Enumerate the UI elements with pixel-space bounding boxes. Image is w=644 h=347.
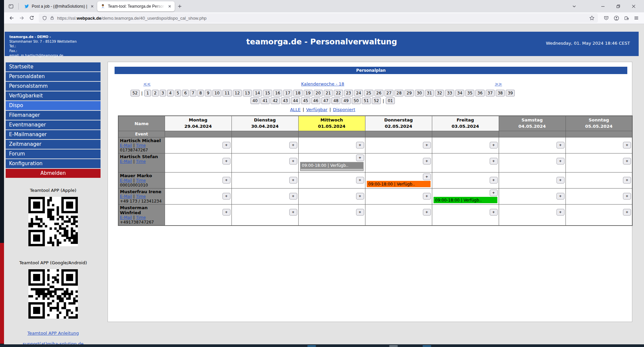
event-entry-orange[interactable]: 09:00-18:00 | Verfügb.. — [367, 181, 431, 187]
time-link[interactable]: Time — [136, 194, 146, 199]
week-button-23[interactable]: 23 — [344, 90, 353, 96]
add-entry-button[interactable]: + — [423, 174, 431, 180]
week-button-52[interactable]: 52 — [131, 90, 140, 96]
week-button-1[interactable]: 1 — [144, 90, 151, 96]
close-icon[interactable] — [168, 4, 172, 8]
time-link[interactable]: Time — [136, 159, 146, 164]
add-entry-button[interactable]: + — [289, 142, 297, 148]
week-button-26[interactable]: 26 — [374, 90, 383, 96]
close-icon[interactable] — [90, 4, 94, 8]
next-week-link[interactable]: >> — [495, 81, 502, 86]
week-button-11[interactable]: 11 — [222, 90, 231, 96]
sidebar-item-dispo[interactable]: Dispo — [6, 101, 101, 110]
week-button-45[interactable]: 45 — [301, 97, 310, 104]
time-link[interactable]: Time — [136, 215, 146, 220]
lock-icon[interactable] — [50, 16, 54, 20]
add-entry-button[interactable]: + — [623, 142, 631, 148]
e-mail-link[interactable]: E-Mail — [120, 178, 132, 183]
add-entry-button[interactable]: + — [623, 177, 631, 184]
week-button-10[interactable]: 10 — [212, 90, 221, 96]
add-entry-button[interactable]: + — [556, 142, 565, 148]
add-entry-button[interactable]: + — [222, 209, 230, 216]
pocket-icon[interactable] — [601, 13, 611, 23]
add-entry-button[interactable]: + — [556, 193, 565, 200]
add-entry-button[interactable]: + — [490, 158, 498, 164]
week-button-20[interactable]: 20 — [314, 90, 323, 96]
e-mail-link[interactable]: E-Mail — [120, 194, 132, 199]
week-button-18[interactable]: 18 — [293, 90, 302, 96]
week-button-46[interactable]: 46 — [311, 97, 320, 104]
taskbar-item[interactable] — [423, 345, 431, 347]
forward-button[interactable] — [17, 13, 27, 23]
week-button-24[interactable]: 24 — [354, 90, 363, 96]
week-button-52[interactable]: 52 — [372, 97, 381, 104]
list-all-tabs-button[interactable] — [569, 1, 580, 11]
add-entry-button[interactable]: + — [623, 158, 631, 164]
add-entry-button[interactable]: + — [289, 158, 297, 164]
week-button-4[interactable]: 4 — [167, 90, 174, 96]
filter-link-alle[interactable]: ALLE — [290, 107, 301, 112]
week-button-17[interactable]: 17 — [283, 90, 292, 96]
week-button-25[interactable]: 25 — [364, 90, 373, 96]
week-button-28[interactable]: 28 — [394, 90, 404, 96]
add-entry-button[interactable]: + — [490, 142, 498, 148]
e-mail-link[interactable]: E-Mail — [120, 215, 132, 220]
week-button-21[interactable]: 21 — [324, 90, 333, 96]
week-button-36[interactable]: 36 — [475, 90, 484, 96]
add-entry-button[interactable]: + — [490, 177, 498, 184]
week-button-01[interactable]: 01 — [386, 97, 395, 104]
week-button-16[interactable]: 16 — [273, 90, 282, 96]
anleitung-link[interactable]: Teamtool APP Anleitung — [6, 331, 101, 336]
tracking-shield-icon[interactable] — [42, 16, 47, 21]
add-entry-button[interactable]: + — [356, 142, 364, 148]
logout-button[interactable]: Abmelden — [6, 169, 101, 178]
add-entry-button[interactable]: + — [623, 193, 631, 200]
taskbar-item[interactable] — [307, 345, 316, 347]
week-button-19[interactable]: 19 — [304, 90, 313, 96]
add-entry-button[interactable]: + — [289, 177, 297, 184]
sidebar-item-e-mailmanager[interactable]: E-Mailmanager — [6, 130, 101, 139]
add-entry-button[interactable]: + — [222, 158, 230, 164]
week-button-27[interactable]: 27 — [384, 90, 393, 96]
add-entry-button[interactable]: + — [356, 209, 364, 216]
week-button-41[interactable]: 41 — [261, 97, 270, 104]
week-button-15[interactable]: 15 — [263, 90, 272, 96]
add-entry-button[interactable]: + — [423, 142, 431, 148]
week-button-8[interactable]: 8 — [197, 90, 204, 96]
sidebar-item-konfiguration[interactable]: Konfiguration — [6, 159, 101, 168]
week-button-30[interactable]: 30 — [415, 90, 424, 96]
week-button-47[interactable]: 47 — [321, 97, 330, 104]
week-button-31[interactable]: 31 — [425, 90, 434, 96]
add-entry-button[interactable]: + — [556, 209, 565, 216]
time-link[interactable]: Time — [136, 143, 146, 148]
week-button-49[interactable]: 49 — [341, 97, 350, 104]
week-button-44[interactable]: 44 — [291, 97, 300, 104]
sidebar-item-personaldaten[interactable]: Personaldaten — [6, 72, 101, 81]
add-entry-button[interactable]: + — [289, 193, 297, 200]
e-mail-link[interactable]: E-Mail — [120, 159, 132, 164]
reload-button[interactable] — [27, 13, 37, 23]
filter-link-disponiert[interactable]: Disponiert — [333, 107, 355, 112]
sidebar-item-filemanager[interactable]: Filemanager — [6, 111, 101, 120]
tab-teamtool[interactable]: Team-tool: Teamorga.de Person — [97, 1, 175, 11]
sidebar-item-startseite[interactable]: Startseite — [6, 62, 101, 71]
firefox-view-button[interactable] — [6, 2, 16, 11]
calendar-week-link[interactable]: Kalenderwoche - 18 — [301, 81, 344, 86]
prev-week-link[interactable]: << — [143, 81, 151, 86]
week-button-34[interactable]: 34 — [455, 90, 464, 96]
week-button-43[interactable]: 43 — [281, 97, 290, 104]
bookmark-star-icon[interactable] — [589, 15, 595, 21]
add-entry-button[interactable]: + — [623, 209, 631, 216]
event-entry-gray[interactable]: 09:00-18:00 | Verfügb.. — [300, 162, 364, 171]
add-entry-button[interactable]: + — [222, 193, 230, 200]
week-button-22[interactable]: 22 — [334, 90, 343, 96]
add-entry-button[interactable]: + — [490, 190, 498, 196]
maximize-button[interactable] — [613, 1, 624, 11]
week-button-29[interactable]: 29 — [405, 90, 414, 96]
week-button-50[interactable]: 50 — [352, 97, 361, 104]
week-button-48[interactable]: 48 — [331, 97, 340, 104]
sidebar-item-verf-gbarkeit[interactable]: Verfügbarkeit — [6, 91, 101, 100]
week-button-51[interactable]: 51 — [362, 97, 371, 104]
e-mail-link[interactable]: E-Mail — [120, 143, 132, 148]
account-icon[interactable] — [611, 13, 621, 23]
